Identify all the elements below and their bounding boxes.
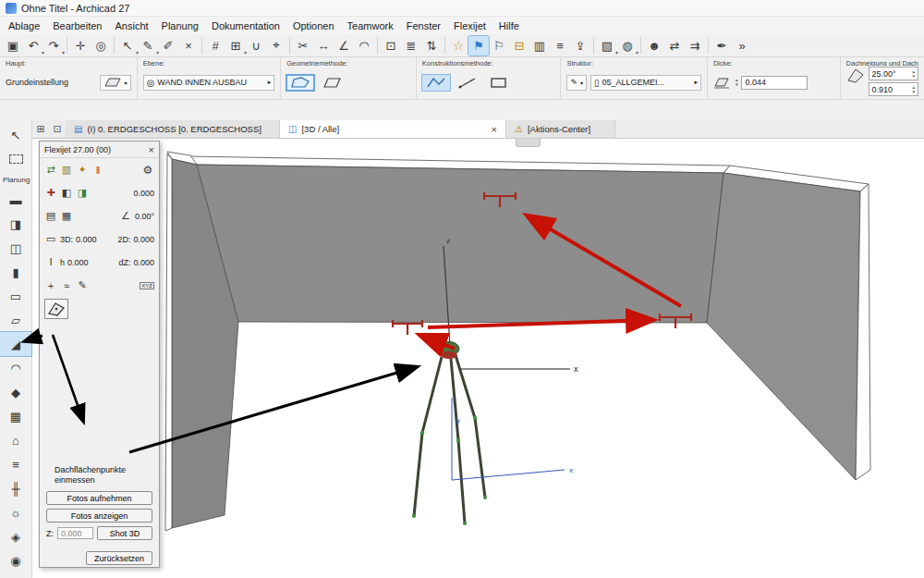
menu-teamwork[interactable]: Teamwork — [341, 18, 400, 33]
add-point-icon[interactable]: + — [44, 280, 57, 291]
guide-lines-icon[interactable]: ⌖ — [266, 36, 286, 55]
menu-hilfe[interactable]: Hilfe — [492, 18, 526, 33]
geometry-polygon-icon[interactable] — [286, 75, 314, 91]
wall-tool[interactable]: ▬ — [0, 188, 31, 212]
morph-tool[interactable]: ◆ — [0, 380, 31, 404]
structure-dropdown[interactable]: ▯ 05_ALLGEMEI... ▸ — [590, 75, 701, 91]
marquee-tool[interactable] — [0, 147, 31, 171]
tab-overflow-handle[interactable] — [516, 139, 541, 147]
flag-outline-icon[interactable]: ⚐ — [489, 36, 509, 55]
slab-tool[interactable]: ▱ — [0, 308, 31, 332]
door-tool[interactable]: ◨ — [0, 212, 31, 236]
zoom-icon[interactable]: ◎ — [91, 36, 111, 55]
flexijet-title-bar[interactable]: Flexijet 27.00 (00) × — [40, 141, 159, 158]
tab-3d-alle[interactable]: ◫ [3D / Alle] × — [280, 120, 506, 138]
eraser-icon[interactable]: × — [178, 36, 199, 55]
menu-fenster[interactable]: Fenster — [400, 18, 447, 33]
camera-tool[interactable]: ◉ — [0, 548, 31, 572]
sync-icon[interactable]: ⇄ — [664, 36, 685, 55]
battery-icon[interactable]: ▥ — [60, 164, 73, 176]
close-palette-icon[interactable]: × — [149, 144, 154, 155]
z-value-field[interactable]: 0.000 — [57, 527, 93, 539]
save-icon[interactable]: ▣ — [3, 36, 23, 55]
group-icon[interactable]: ⊡ — [381, 36, 401, 55]
plane-measure-icon[interactable]: ✚ — [44, 187, 57, 199]
roof-points-mode-button[interactable] — [44, 299, 68, 319]
grid-snap-icon[interactable]: # — [205, 36, 225, 55]
roof-tool[interactable]: ◢ — [0, 332, 31, 356]
zone-tool[interactable]: ⌂ — [0, 428, 31, 452]
back-wall[interactable] — [196, 165, 723, 323]
publisher-icon[interactable]: ⇪ — [570, 36, 590, 55]
angle-icon[interactable]: ∠ — [334, 36, 354, 55]
level-icon[interactable]: ⇄ — [44, 164, 57, 176]
shot-3d-button[interactable]: Shot 3D — [97, 526, 152, 540]
railing-tool[interactable]: ╫ — [0, 476, 31, 500]
pen-icon[interactable]: ✎▾ — [138, 36, 158, 55]
draw-icon[interactable]: ✎ — [76, 279, 89, 291]
menu-flexijet[interactable]: Flexijet — [447, 18, 492, 33]
reference-icon[interactable]: ◨ — [76, 187, 89, 199]
star-icon[interactable]: ☆ — [448, 36, 468, 55]
project-navigator-icon[interactable]: ⊡ — [49, 120, 66, 138]
align-icon[interactable]: ≣ — [401, 36, 421, 55]
polyline-icon[interactable]: ≈ — [60, 280, 73, 291]
render-cube-icon[interactable]: ▧▾ — [597, 36, 617, 55]
trim-scissors-icon[interactable]: ✂ — [293, 36, 313, 55]
3d-viewport[interactable]: z x y x — [32, 139, 924, 578]
library-books-icon[interactable]: ▥ — [529, 36, 550, 55]
dach-offset-spinner[interactable]: ▴▾ — [912, 85, 915, 94]
menu-ansicht[interactable]: Ansicht — [108, 18, 154, 33]
menu-planung[interactable]: Planung — [155, 18, 205, 33]
layers-icon[interactable]: ≡ — [550, 36, 570, 55]
zuruecksetzen-button[interactable]: Zurücksetzen — [86, 551, 152, 565]
point-down-icon[interactable]: ▦ — [60, 210, 73, 222]
lamp-tool[interactable]: ☼ — [0, 500, 31, 524]
folder-icon[interactable]: ⊟ — [509, 36, 529, 55]
tab-erdgeschoss[interactable]: ▤ (I) 0. ERDGESCHOSS [0. ERDGESCHOSS] — [66, 120, 280, 138]
tab-aktions-center[interactable]: ⚠ [Aktions-Center] — [506, 120, 615, 138]
structure-pen-button[interactable]: ✎ ▾ — [566, 75, 587, 91]
dach-angle-field[interactable]: 25.00° ▴▾ — [869, 67, 918, 80]
fillet-icon[interactable]: ◠ — [354, 36, 374, 55]
laser-line-icon[interactable]: ‖ — [91, 165, 104, 176]
wall-default-button[interactable]: ▾ — [100, 75, 131, 91]
redo-icon[interactable]: ↷▾ — [43, 36, 64, 55]
dach-offset-field[interactable]: 0.910 ▴▾ — [869, 82, 918, 96]
laser-point-icon[interactable]: ✦ — [76, 164, 89, 176]
view-globe-icon[interactable]: ◍▾ — [617, 36, 638, 55]
marker-pen-icon[interactable]: ✐ — [158, 36, 178, 55]
fotos-aufnehmen-button[interactable]: Fotos aufnehmen — [46, 491, 152, 505]
construction-method-3-icon[interactable] — [485, 75, 513, 91]
gear-icon[interactable]: ⚙ — [141, 164, 154, 177]
more-tools-icon[interactable]: » — [732, 36, 752, 55]
dach-angle-spinner[interactable]: ▴▾ — [912, 69, 915, 79]
fotos-anzeigen-button[interactable]: Fotos anzeigen — [46, 509, 152, 523]
construction-method-1-icon[interactable] — [422, 75, 450, 91]
right-wall[interactable] — [707, 173, 860, 480]
snap-points-icon[interactable]: ⊞▾ — [225, 36, 246, 55]
select-tool[interactable]: ↖ — [0, 123, 31, 147]
measure-icon[interactable]: ↔ — [313, 36, 334, 55]
xyz-coordinates-button[interactable]: XYZ — [140, 282, 154, 289]
select-arrow-icon[interactable]: ↖▾ — [117, 36, 138, 55]
teamwork-user-icon[interactable]: ☻ — [644, 36, 664, 55]
pan-icon[interactable]: ✛ — [70, 36, 91, 55]
window-tool[interactable]: ◫ — [0, 236, 31, 260]
menu-bearbeiten[interactable]: Bearbeiten — [46, 18, 108, 33]
shell-tool[interactable]: ◠ — [0, 356, 31, 380]
dicke-field[interactable]: 0.044 — [741, 76, 808, 90]
geometry-rectangle-icon[interactable] — [318, 75, 346, 91]
order-icon[interactable]: ⇅ — [421, 36, 442, 55]
quad-view-icon[interactable]: ⊞ — [32, 120, 49, 138]
menu-dokumentation[interactable]: Dokumentation — [205, 18, 286, 33]
point-up-icon[interactable]: ▤ — [44, 210, 57, 222]
beam-tool[interactable]: ▭ — [0, 284, 31, 308]
magnet-icon[interactable]: ∪ — [246, 36, 266, 55]
column-tool[interactable]: ▮ — [0, 260, 31, 284]
layer-dropdown[interactable]: ◎ WAND INNEN AUSBAU ▸ — [143, 75, 275, 91]
construction-method-2-icon[interactable] — [454, 75, 481, 91]
menu-ablage[interactable]: Ablage — [2, 18, 46, 33]
surface-icon[interactable]: ◧ — [60, 187, 73, 199]
close-tab-icon[interactable]: × — [492, 124, 497, 135]
